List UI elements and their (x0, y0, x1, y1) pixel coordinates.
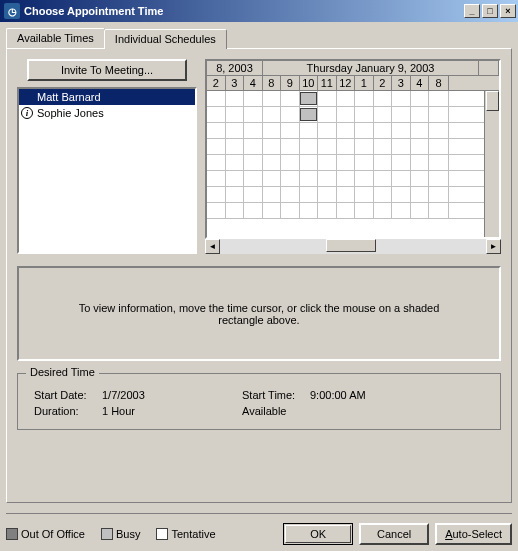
start-date-value: 1/7/2003 (102, 387, 242, 403)
title-bar: ◷ Choose Appointment Time _ □ × (0, 0, 518, 22)
duration-value: 1 Hour (102, 403, 242, 419)
attendee-name: Matt Barnard (37, 91, 101, 103)
day-header-next (479, 61, 499, 75)
auto-select-button[interactable]: Auto-Select (435, 523, 512, 545)
legend-tentative: Tentative (156, 528, 215, 540)
info-text: To view information, move the time curso… (59, 302, 459, 326)
info-icon: i (21, 107, 33, 119)
busy-swatch (101, 528, 113, 540)
tab-panel: Invite To Meeting... Matt Barnard i Soph… (6, 48, 512, 503)
hour-cell: 9 (281, 76, 300, 90)
maximize-button[interactable]: □ (482, 4, 498, 18)
busy-block[interactable] (300, 108, 317, 121)
scroll-track[interactable] (220, 239, 486, 254)
info-panel: To view information, move the time curso… (17, 266, 501, 361)
start-time-value: 9:00:00 AM (310, 387, 366, 403)
duration-label: Duration: (34, 403, 102, 419)
day-header-main: Thursday January 9, 2003 (263, 61, 479, 75)
out-of-office-swatch (6, 528, 18, 540)
desired-time-group: Desired Time Start Date: 1/7/2003 Start … (17, 373, 501, 430)
list-item[interactable]: Matt Barnard (19, 89, 195, 105)
ok-label: OK (285, 525, 351, 543)
bottom-bar: Out Of Office Busy Tentative OK Cancel A… (6, 513, 512, 545)
invite-to-meeting-button[interactable]: Invite To Meeting... (27, 59, 187, 81)
window-title: Choose Appointment Time (24, 5, 462, 17)
scroll-thumb[interactable] (326, 239, 376, 252)
hour-cell: 8 (263, 76, 282, 90)
busy-label: Busy (116, 528, 140, 540)
tab-available-times[interactable]: Available Times (6, 28, 105, 48)
start-time-label: Start Time: (242, 387, 310, 403)
hour-cell: 4 (244, 76, 263, 90)
legend-busy: Busy (101, 528, 140, 540)
hour-cell: 8 (429, 76, 449, 90)
attendee-name: Sophie Jones (37, 107, 104, 119)
hour-cell: 4 (411, 76, 430, 90)
scroll-thumb[interactable] (486, 91, 499, 111)
minimize-button[interactable]: _ (464, 4, 480, 18)
day-header-prev: 8, 2003 (207, 61, 263, 75)
tentative-label: Tentative (171, 528, 215, 540)
hour-cell: 11 (318, 76, 337, 90)
close-button[interactable]: × (500, 4, 516, 18)
schedule-grid[interactable]: 8, 2003 Thursday January 9, 2003 2 3 4 8… (205, 59, 501, 239)
start-date-label: Start Date: (34, 387, 102, 403)
hour-cell: 3 (226, 76, 245, 90)
out-of-office-label: Out Of Office (21, 528, 85, 540)
schedule-day-header: 8, 2003 Thursday January 9, 2003 (207, 61, 499, 76)
horizontal-scrollbar[interactable]: ◄ ► (205, 239, 501, 254)
window-controls: _ □ × (462, 4, 516, 18)
app-icon: ◷ (4, 3, 20, 19)
schedule-grid-body[interactable] (207, 91, 484, 237)
scroll-right-button[interactable]: ► (486, 239, 501, 254)
hour-cell: 3 (392, 76, 411, 90)
cancel-button[interactable]: Cancel (359, 523, 429, 545)
hour-cell: 12 (337, 76, 356, 90)
tentative-swatch (156, 528, 168, 540)
availability-value: Available (242, 403, 310, 419)
ok-button[interactable]: OK (283, 523, 353, 545)
list-item[interactable]: i Sophie Jones (19, 105, 195, 121)
desired-time-legend: Desired Time (26, 366, 99, 378)
legend-out-of-office: Out Of Office (6, 528, 85, 540)
scroll-left-button[interactable]: ◄ (205, 239, 220, 254)
hour-cell: 2 (207, 76, 226, 90)
cancel-label: Cancel (377, 528, 411, 540)
tab-bar: Available Times Individual Schedules (6, 28, 512, 48)
auto-select-label: Auto-Select (445, 528, 502, 540)
hour-cell: 1 (355, 76, 374, 90)
hour-cell: 10 (300, 76, 319, 90)
attendee-listbox[interactable]: Matt Barnard i Sophie Jones (17, 87, 197, 254)
hour-cell: 2 (374, 76, 393, 90)
busy-block[interactable] (300, 92, 317, 105)
vertical-scrollbar[interactable] (484, 91, 499, 237)
tab-individual-schedules[interactable]: Individual Schedules (104, 29, 227, 49)
schedule-hour-header: 2 3 4 8 9 10 11 12 1 2 3 4 8 (207, 76, 499, 91)
invite-label: Invite To Meeting... (61, 64, 153, 76)
